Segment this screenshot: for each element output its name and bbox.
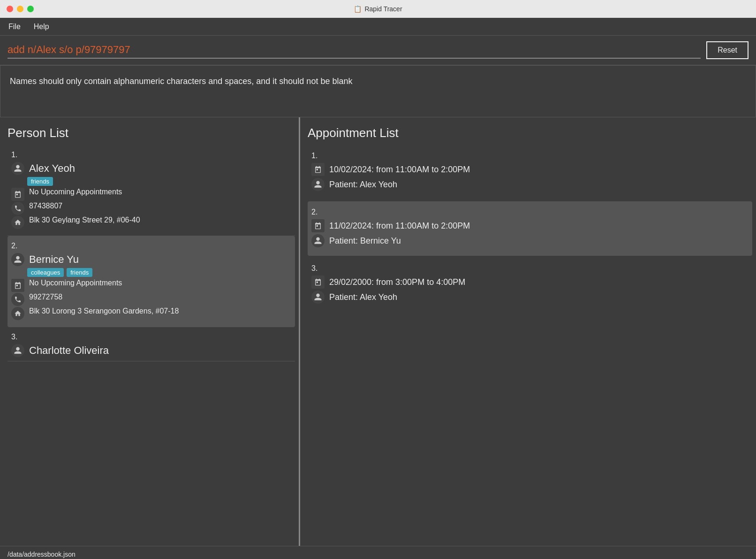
status-path: /data/addressbook.json	[8, 551, 76, 558]
appt-list-scroll[interactable]: 1. 10/02/2024: from 11:00AM to 2:00PM Pa…	[300, 145, 756, 546]
error-message: Names should only contain alphanumeric c…	[10, 77, 352, 86]
person-list-panel: Person List 1. Alex Yeoh friends	[0, 117, 300, 546]
menu-file[interactable]: File	[8, 21, 22, 33]
error-area: Names should only contain alphanumeric c…	[0, 66, 756, 117]
appt-list-title: Appointment List	[300, 117, 756, 145]
person-item-2[interactable]: 2. Bernice Yu colleagues friends No Upco…	[8, 236, 295, 327]
person-name-row-1: Alex Yeoh	[11, 162, 291, 175]
maximize-button[interactable]	[27, 6, 34, 12]
appt-patient-icon-1	[311, 178, 325, 191]
appt-item-3[interactable]: 3. 29/02/2000: from 3:00PM to 4:00PM Pat…	[308, 258, 752, 312]
appt-datetime-row-1: 10/02/2024: from 11:00AM to 2:00PM	[311, 163, 748, 176]
close-button[interactable]	[7, 6, 13, 12]
person-tag-2-friends: friends	[67, 268, 92, 277]
person-appt-text-2: No Upcoming Appointments	[29, 279, 122, 287]
appt-number-3: 3.	[311, 264, 748, 273]
person-appt-row-2: No Upcoming Appointments	[11, 279, 291, 292]
phone-icon-2	[11, 293, 24, 306]
appt-patient-text-1: Patient: Alex Yeoh	[329, 180, 397, 190]
home-icon-1	[11, 216, 24, 229]
appt-datetime-text-3: 29/02/2000: from 3:00PM to 4:00PM	[329, 277, 465, 287]
appt-patient-icon-2	[311, 234, 325, 247]
menu-bar: File Help	[0, 18, 756, 36]
person-tags-2: colleagues friends	[27, 268, 291, 277]
reset-button[interactable]: Reset	[706, 41, 748, 59]
command-input[interactable]	[8, 42, 701, 59]
person-tag-2-colleagues: colleagues	[27, 268, 64, 277]
person-appt-row-1: No Upcoming Appointments	[11, 188, 291, 201]
appt-calendar-icon-2	[311, 219, 325, 232]
command-bar: Reset	[0, 36, 756, 66]
appt-datetime-text-2: 11/02/2024: from 11:00AM to 2:00PM	[329, 221, 470, 231]
home-icon-2	[11, 307, 24, 320]
appt-patient-row-3: Patient: Alex Yeoh	[311, 291, 748, 304]
menu-help[interactable]: Help	[33, 21, 50, 33]
person-list-title: Person List	[0, 117, 299, 145]
person-name-2: Bernice Yu	[29, 253, 79, 266]
appt-list-panel: Appointment List 1. 10/02/2024: from 11:…	[300, 117, 756, 546]
person-tag-1-friends: friends	[27, 177, 53, 186]
appt-datetime-text-1: 10/02/2024: from 11:00AM to 2:00PM	[329, 165, 470, 175]
person-name-3: Charlotte Oliveira	[29, 345, 109, 357]
person-list-scroll[interactable]: 1. Alex Yeoh friends No Upcoming Appoint…	[0, 145, 299, 546]
appt-patient-row-1: Patient: Alex Yeoh	[311, 178, 748, 191]
appt-item-2[interactable]: 2. 11/02/2024: from 11:00AM to 2:00PM Pa…	[308, 201, 752, 256]
main-content: Person List 1. Alex Yeoh friends	[0, 117, 756, 546]
appt-calendar-icon-3	[311, 276, 325, 289]
app-icon: 📋	[354, 5, 362, 13]
person-icon-2	[11, 253, 24, 266]
person-address-row-1: Blk 30 Geylang Street 29, #06-40	[11, 216, 291, 229]
phone-icon-1	[11, 202, 24, 215]
person-number-3: 3.	[11, 333, 291, 341]
appt-patient-icon-3	[311, 291, 325, 304]
appt-datetime-row-3: 29/02/2000: from 3:00PM to 4:00PM	[311, 276, 748, 289]
calendar-icon-1	[11, 188, 24, 201]
person-name-row-3: Charlotte Oliveira	[11, 344, 291, 357]
person-item-1[interactable]: 1. Alex Yeoh friends No Upcoming Appoint…	[8, 145, 295, 236]
minimize-button[interactable]	[17, 6, 23, 12]
person-number-2: 2.	[11, 242, 291, 250]
person-phone-text-1: 87438807	[29, 202, 62, 210]
appt-patient-row-2: Patient: Bernice Yu	[311, 234, 748, 247]
person-name-row-2: Bernice Yu	[11, 253, 291, 266]
appt-item-1[interactable]: 1. 10/02/2024: from 11:00AM to 2:00PM Pa…	[308, 145, 752, 199]
person-address-row-2: Blk 30 Lorong 3 Serangoon Gardens, #07-1…	[11, 307, 291, 320]
person-phone-text-2: 99272758	[29, 293, 62, 301]
person-icon-3	[11, 344, 24, 357]
appt-number-2: 2.	[311, 208, 748, 216]
person-tags-1: friends	[27, 177, 291, 186]
title-bar: 📋 Rapid Tracer	[0, 0, 756, 18]
person-address-text-1: Blk 30 Geylang Street 29, #06-40	[29, 216, 140, 224]
person-address-text-2: Blk 30 Lorong 3 Serangoon Gardens, #07-1…	[29, 307, 179, 315]
person-phone-row-1: 87438807	[11, 202, 291, 215]
calendar-icon-2	[11, 279, 24, 292]
window-controls	[7, 6, 34, 12]
appt-datetime-row-2: 11/02/2024: from 11:00AM to 2:00PM	[311, 219, 748, 232]
person-number-1: 1.	[11, 151, 291, 159]
appt-calendar-icon-1	[311, 163, 325, 176]
status-bar: /data/addressbook.json	[0, 546, 756, 559]
person-icon-1	[11, 162, 24, 175]
appt-patient-text-2: Patient: Bernice Yu	[329, 236, 401, 246]
appt-patient-text-3: Patient: Alex Yeoh	[329, 292, 397, 302]
app-title: 📋 Rapid Tracer	[354, 5, 402, 13]
person-item-3[interactable]: 3. Charlotte Oliveira	[8, 327, 295, 361]
person-phone-row-2: 99272758	[11, 293, 291, 306]
person-name-1: Alex Yeoh	[29, 162, 75, 175]
appt-number-1: 1.	[311, 152, 748, 160]
person-appt-text-1: No Upcoming Appointments	[29, 188, 122, 196]
